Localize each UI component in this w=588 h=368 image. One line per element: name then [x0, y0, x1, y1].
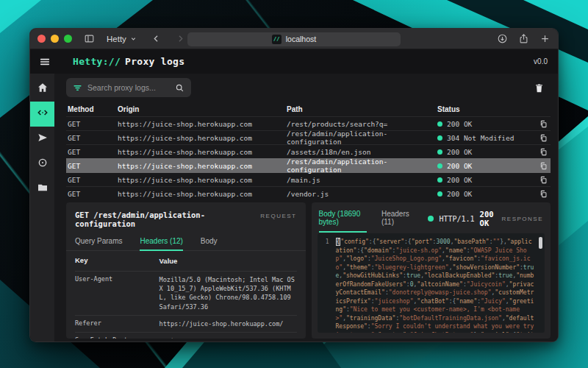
table-row[interactable]: GET https://juice-shop.herokuapp.com /as… — [66, 144, 551, 158]
scrollbar-thumb[interactable] — [539, 237, 542, 249]
cell-method: GET — [66, 190, 118, 198]
tab-query-params[interactable]: Query Params — [75, 237, 122, 250]
cell-status: 200 OK — [437, 120, 531, 128]
cell-origin: https://juice-shop.herokuapp.com — [118, 120, 287, 128]
status-text: 200 OK — [447, 190, 472, 198]
table-row[interactable]: GET https://juice-shop.herokuapp.com /re… — [66, 158, 551, 172]
sidebar-item-projects[interactable] — [30, 177, 54, 202]
response-body-code[interactable]: {"config":{"server":{"port":3000,"basePa… — [334, 233, 545, 333]
cell-method: GET — [66, 134, 118, 142]
filter-icon — [73, 83, 82, 93]
status-text: 200 OK — [447, 162, 472, 170]
table-row[interactable]: GET https://juice-shop.herokuapp.com /ma… — [66, 172, 551, 186]
tab-request-headers[interactable]: Headers (12) — [140, 237, 182, 250]
cell-path: /vendor.js — [287, 190, 437, 198]
close-window-button[interactable] — [37, 35, 46, 43]
table-row[interactable]: GET https://juice-shop.herokuapp.com /re… — [66, 116, 551, 130]
cell-origin: https://juice-shop.herokuapp.com — [118, 190, 287, 198]
browser-window: Hetty // localhost — [29, 28, 559, 342]
response-body-viewer: 1 {"config":{"server":{"port":3000,"base… — [318, 233, 545, 333]
column-value: Value — [159, 256, 297, 266]
status-ok-dot — [437, 149, 442, 155]
menu-icon[interactable] — [39, 56, 51, 68]
sidebar-item-proxy-logs[interactable] — [30, 102, 54, 127]
browser-nav — [151, 33, 186, 44]
search-box[interactable] — [66, 78, 191, 97]
back-icon[interactable] — [151, 33, 162, 44]
search-icon[interactable] — [175, 83, 184, 93]
copy-icon[interactable] — [539, 148, 548, 156]
header-value: https://juice-shop.herokuapp.com/ — [159, 319, 297, 328]
header-row: Referer https://juice-shop.herokuapp.com… — [75, 315, 297, 332]
cell-status: 200 OK — [437, 162, 531, 170]
copy-icon[interactable] — [539, 190, 548, 198]
cell-origin: https://juice-shop.herokuapp.com — [118, 162, 287, 170]
clear-logs-icon[interactable] — [534, 82, 545, 93]
table-row[interactable]: GET https://juice-shop.herokuapp.com /re… — [66, 130, 551, 144]
tab-request-body[interactable]: Body — [201, 237, 218, 250]
new-tab-icon[interactable] — [539, 33, 551, 44]
cell-status: 200 OK — [437, 190, 531, 198]
desktop-background: Hetty // localhost — [0, 0, 588, 368]
response-panel: Body (18690 bytes) Headers (11) HTTP/1.1… — [312, 202, 551, 339]
header-value: Mozilla/5.0 (Macintosh; Intel Mac OS X 1… — [159, 275, 297, 311]
cell-path: /rest/products/search?q= — [287, 120, 437, 128]
request-headers-columns: Key Value — [75, 251, 297, 271]
line-number: 1 — [318, 233, 334, 333]
request-tabs: Query Params Headers (12) Body — [66, 228, 306, 251]
cell-path: /assets/i18n/en.json — [287, 148, 437, 156]
table-row[interactable]: GET https://juice-shop.herokuapp.com /ve… — [66, 186, 551, 200]
header-key: Referer — [75, 319, 159, 328]
cell-method: GET — [66, 176, 118, 184]
header-row: Sec-Fetch-Dest empty — [75, 332, 297, 339]
send-icon — [37, 132, 49, 146]
chevron-down-icon — [129, 35, 137, 43]
copy-icon[interactable] — [539, 120, 548, 128]
cell-path: /rest/admin/application-configuration — [287, 158, 437, 174]
tab-response-headers[interactable]: Headers (11) — [381, 210, 413, 232]
copy-icon[interactable] — [539, 134, 548, 142]
site-favicon: // — [272, 35, 282, 44]
status-text: 200 OK — [447, 120, 472, 128]
header-row: User-Agent Mozilla/5.0 (Macintosh; Intel… — [75, 271, 297, 315]
response-status: HTTP/1.1 200 OK RESPONSE — [428, 210, 543, 232]
cell-origin: https://juice-shop.herokuapp.com — [118, 176, 287, 184]
response-label: RESPONSE — [502, 216, 543, 222]
cell-status: 304 Not Modified — [437, 134, 531, 142]
sidebar-item-scope[interactable] — [30, 152, 54, 177]
page-title-label: Proxy logs — [125, 56, 184, 67]
proxy-log-table: Method Origin Path Status GET https://ju… — [66, 102, 551, 200]
forward-icon[interactable] — [175, 33, 186, 44]
status-ok-dot — [437, 177, 442, 183]
share-icon[interactable] — [518, 33, 529, 44]
browser-app-menu-label: Hetty — [107, 35, 126, 43]
main-content: Method Origin Path Status GET https://ju… — [54, 74, 558, 342]
browser-app-menu[interactable]: Hetty — [107, 35, 137, 43]
downloads-icon[interactable] — [497, 33, 508, 44]
search-input[interactable] — [87, 83, 170, 92]
sidebar-item-home[interactable] — [30, 77, 54, 102]
code-icon — [37, 107, 49, 121]
log-table-body: GET https://juice-shop.herokuapp.com /re… — [66, 116, 551, 200]
tab-response-body[interactable]: Body (18690 bytes) — [319, 210, 367, 232]
status-ok-dot — [437, 135, 442, 141]
request-panel: GET /rest/admin/application-configuratio… — [66, 202, 306, 339]
copy-icon[interactable] — [539, 176, 548, 184]
folder-icon — [37, 182, 49, 197]
status-ok-dot — [428, 216, 434, 222]
sidebar — [30, 74, 54, 342]
address-bar[interactable]: // localhost — [187, 32, 401, 46]
header-key: Sec-Fetch-Dest — [75, 336, 159, 339]
sidebar-toggle-icon[interactable] — [84, 33, 95, 44]
sidebar-item-sender[interactable] — [30, 127, 54, 152]
window-controls — [37, 35, 72, 43]
target-icon — [37, 157, 49, 171]
zoom-window-button[interactable] — [64, 35, 72, 43]
status-text: 200 OK — [447, 176, 472, 184]
status-ok-dot — [437, 121, 442, 127]
titlebar-actions — [497, 33, 551, 44]
copy-icon[interactable] — [539, 162, 548, 170]
minimize-window-button[interactable] — [51, 35, 59, 43]
status-ok-dot — [437, 163, 442, 169]
status-ok-dot — [437, 191, 442, 197]
